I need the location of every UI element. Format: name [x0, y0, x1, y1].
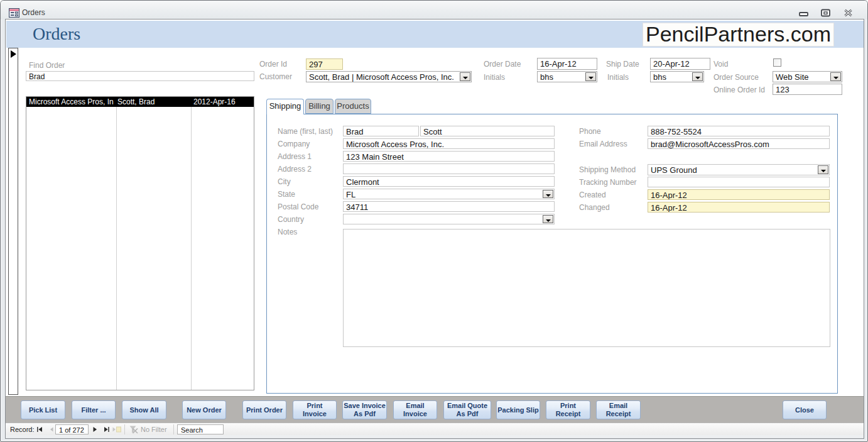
svg-text:PencilPartners.com: PencilPartners.com: [646, 23, 831, 46]
